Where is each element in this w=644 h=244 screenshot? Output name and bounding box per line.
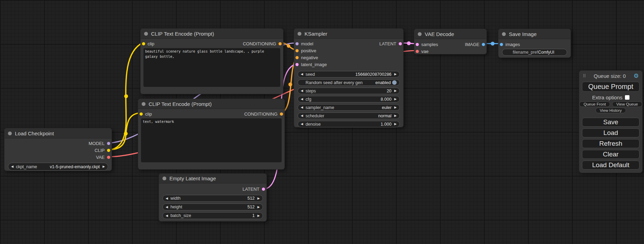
widget-seed[interactable]: ◀ seed 156680208700286 ▶ [298,71,400,78]
collapse-dot-icon[interactable] [162,177,166,180]
model-slot-dot-icon[interactable] [295,42,299,45]
reroute-dot-conditioning-1[interactable] [287,44,290,48]
load-default-button[interactable]: Load Default [582,161,639,170]
collapse-dot-icon[interactable] [298,32,301,36]
input-slot-vae[interactable]: vae [414,48,486,55]
node-title-bar[interactable]: VAE Decode [414,29,486,39]
prompt-textarea[interactable]: text, watermark [141,118,282,162]
view-queue-button[interactable]: View Queue [612,101,642,107]
node-clip-text-encode-positive[interactable]: CLIP Text Encode (Prompt) clip CONDITION… [140,28,283,94]
input-slot-positive[interactable]: positive [294,47,403,54]
latent-slot-dot-icon[interactable] [262,188,265,191]
output-slot-clip[interactable]: CLIP [5,147,112,154]
output-slot-image[interactable]: IMAGE [465,41,486,48]
clear-button[interactable]: Clear [582,150,639,159]
latent-slot-dot-icon[interactable] [416,43,419,46]
node-title-bar[interactable]: Save Image [499,29,571,39]
decrement-arrow-icon[interactable]: ◀ [166,214,168,217]
reroute-dot-latent[interactable] [407,42,411,45]
increment-arrow-icon[interactable]: ▶ [257,206,260,209]
clip-slot-dot-icon[interactable] [107,149,110,152]
prev-value-arrow-icon[interactable]: ◀ [11,165,14,168]
node-ksampler[interactable]: KSampler model positive negative latent_… [294,28,404,127]
decrement-arrow-icon[interactable]: ◀ [166,206,168,209]
clip-slot-dot-icon[interactable] [140,112,143,116]
widget-steps[interactable]: ◀ steps 20 ▶ [298,88,400,94]
conditioning-slot-dot-icon[interactable] [295,56,299,59]
reroute-dot-image[interactable] [491,42,495,46]
decrement-arrow-icon[interactable]: ◀ [166,197,168,200]
increment-arrow-icon[interactable]: ▶ [394,123,397,126]
node-vae-decode[interactable]: VAE Decode samples vae IMAGE [414,29,487,54]
decrement-arrow-icon[interactable]: ◀ [301,114,303,117]
reroute-dot-clip-1[interactable] [124,94,128,98]
increment-arrow-icon[interactable]: ▶ [394,73,397,76]
node-title-bar[interactable]: CLIP Text Encode (Prompt) [141,29,283,39]
queue-front-button[interactable]: Queue Front [579,101,610,107]
output-slot-conditioning[interactable]: CONDITIONING [243,40,283,47]
queue-prompt-button[interactable]: Queue Prompt [582,82,639,92]
extra-options-checkbox[interactable] [625,95,629,100]
refresh-button[interactable]: Refresh [582,139,639,148]
widget-width[interactable]: ◀ width 512 ▶ [162,195,263,202]
collapse-dot-icon[interactable] [502,32,506,36]
widget-filename-prefix[interactable]: filename_prefix ComfyUI [502,49,567,56]
drag-handle-icon[interactable]: ⠿ [583,73,586,79]
widget-cfg[interactable]: ◀ cfg 8.000 ▶ [298,96,400,102]
widget-sampler-name[interactable]: ◀ sampler_name euler ▶ [298,104,400,111]
output-slot-model[interactable]: MODEL [5,140,112,147]
settings-gear-icon[interactable]: ⚙ [634,73,639,79]
collapse-dot-icon[interactable] [8,132,12,135]
conditioning-slot-dot-icon[interactable] [280,112,283,116]
node-title-bar[interactable]: Empty Latent Image [159,174,266,183]
conditioning-slot-dot-icon[interactable] [295,49,299,52]
queue-panel[interactable]: ⠿ Queue size: 0 ⚙ Queue Prompt Extra opt… [579,70,643,173]
output-slot-vae[interactable]: VAE [5,154,112,161]
decrement-arrow-icon[interactable]: ◀ [301,98,303,101]
view-history-button[interactable]: View History [596,108,626,113]
node-clip-text-encode-negative[interactable]: CLIP Text Encode (Prompt) clip CONDITION… [138,99,285,170]
toggle-indicator-icon[interactable] [392,80,397,85]
decrement-arrow-icon[interactable]: ◀ [301,123,303,126]
image-slot-dot-icon[interactable] [500,43,503,46]
collapse-dot-icon[interactable] [142,102,145,106]
collapse-dot-icon[interactable] [144,32,148,36]
save-button[interactable]: Save [582,118,639,127]
node-title-bar[interactable]: CLIP Text Encode (Prompt) [138,99,284,109]
prompt-textarea[interactable]: beautiful scenery nature glass bottle la… [143,48,280,87]
widget-height[interactable]: ◀ height 512 ▶ [162,204,263,210]
decrement-arrow-icon[interactable]: ◀ [301,73,303,76]
image-slot-dot-icon[interactable] [482,43,485,46]
increment-arrow-icon[interactable]: ▶ [394,89,397,92]
node-empty-latent-image[interactable]: Empty Latent Image LATENT ◀ width 512 ▶ … [159,173,267,222]
widget-scheduler[interactable]: ◀ scheduler normal ▶ [298,112,400,119]
increment-arrow-icon[interactable]: ▶ [257,197,260,200]
collapse-dot-icon[interactable] [418,32,422,36]
increment-arrow-icon[interactable]: ▶ [394,114,397,117]
input-slot-images[interactable]: images [499,41,571,48]
input-slot-negative[interactable]: negative [294,54,403,61]
widget-denoise[interactable]: ◀ denoise 1.000 ▶ [298,121,400,127]
load-button[interactable]: Load [582,128,639,137]
decrement-arrow-icon[interactable]: ◀ [301,89,303,92]
node-save-image[interactable]: Save Image images filename_prefix ComfyU… [498,29,571,58]
node-title-bar[interactable]: Load Checkpoint [5,128,112,138]
node-title-bar[interactable]: KSampler [294,29,403,39]
graph-canvas[interactable]: Load Checkpoint MODEL CLIP VAE ◀ ckpt_na… [0,0,644,244]
widget-random-seed[interactable]: Random seed after every gen enabled [298,79,400,86]
increment-arrow-icon[interactable]: ▶ [394,98,397,101]
increment-arrow-icon[interactable]: ▶ [257,214,260,217]
clip-slot-dot-icon[interactable] [142,42,145,45]
latent-slot-dot-icon[interactable] [295,63,299,66]
vae-slot-dot-icon[interactable] [107,156,110,159]
input-slot-latent-image[interactable]: latent_image [294,61,403,68]
increment-arrow-icon[interactable]: ▶ [394,106,397,109]
output-slot-latent[interactable]: LATENT [159,186,266,192]
output-slot-conditioning[interactable]: CONDITIONING [244,110,284,117]
decrement-arrow-icon[interactable]: ◀ [301,106,303,109]
next-value-arrow-icon[interactable]: ▶ [103,165,105,168]
widget-batch-size[interactable]: ◀ batch_size 1 ▶ [162,212,263,219]
widget-ckpt-name[interactable]: ◀ ckpt_name v1-5-pruned-emaonly.ckpt ▶ [8,163,108,171]
output-slot-latent[interactable]: LATENT [379,40,403,47]
reroute-dot-conditioning-2[interactable] [289,83,292,87]
